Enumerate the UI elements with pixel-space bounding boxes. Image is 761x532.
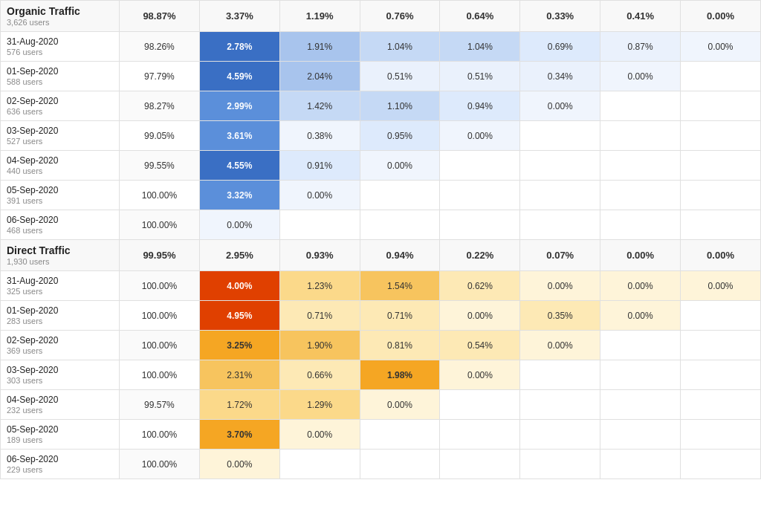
data-cell: 0.62% [440, 271, 520, 301]
data-cell [520, 181, 600, 210]
data-cell: 98.87% [120, 1, 200, 32]
data-cell: 0.51% [440, 62, 520, 91]
cohort-row: 05-Sep-2020391 users100.00%3.32%0.00% [1, 181, 761, 210]
cohort-row: 02-Sep-2020636 users98.27%2.99%1.42%1.10… [1, 91, 761, 121]
row-users-label: 588 users [7, 77, 113, 86]
data-cell [520, 420, 600, 450]
cohort-row: 03-Sep-2020527 users99.05%3.61%0.38%0.95… [1, 121, 761, 151]
data-cell: 1.10% [360, 91, 440, 121]
data-cell: 1.98% [360, 360, 440, 390]
data-cell [681, 390, 761, 420]
data-cell: 4.55% [199, 151, 279, 181]
data-cell: 100.00% [120, 210, 200, 240]
data-cell [681, 151, 761, 181]
data-cell: 0.00% [360, 151, 440, 181]
data-cell: 0.71% [279, 301, 360, 331]
data-cell: 0.00% [279, 181, 360, 210]
data-cell: 0.69% [520, 32, 600, 62]
data-cell [440, 210, 520, 240]
data-cell: 3.37% [199, 1, 279, 32]
data-cell: 0.00% [520, 271, 600, 301]
data-cell [600, 331, 681, 360]
data-cell [681, 360, 761, 390]
row-label-cell: 06-Sep-2020468 users [1, 210, 120, 240]
data-cell [600, 390, 681, 420]
data-cell [279, 450, 360, 479]
cohort-row: 31-Aug-2020325 users100.00%4.00%1.23%1.5… [1, 271, 761, 301]
data-cell [279, 210, 360, 240]
data-cell [681, 450, 761, 479]
row-users-label: 325 users [7, 287, 113, 296]
data-cell [520, 360, 600, 390]
cohort-row: 03-Sep-2020303 users100.00%2.31%0.66%1.9… [1, 360, 761, 390]
data-cell: 0.81% [360, 331, 440, 360]
data-cell: 3.25% [199, 331, 279, 360]
data-cell: 0.00% [440, 301, 520, 331]
data-cell [520, 210, 600, 240]
row-date-label: 06-Sep-2020 [7, 215, 113, 225]
data-cell: 0.00% [600, 301, 681, 331]
row-users-label: 283 users [7, 317, 113, 325]
row-label-cell: 04-Sep-2020232 users [1, 390, 120, 420]
data-cell: 0.54% [440, 331, 520, 360]
data-cell [600, 151, 681, 181]
data-cell [600, 360, 681, 390]
data-cell: 4.59% [199, 62, 279, 91]
row-label-cell: 03-Sep-2020303 users [1, 360, 120, 390]
row-date-label: 31-Aug-2020 [7, 36, 113, 47]
data-cell: 1.19% [279, 1, 360, 32]
data-cell: 1.91% [279, 32, 360, 62]
section-title: Organic Traffic [7, 5, 113, 17]
row-users-label: 636 users [7, 107, 113, 116]
data-cell [600, 181, 681, 210]
row-users-label: 3,626 users [7, 18, 113, 27]
data-cell: 0.76% [360, 1, 440, 32]
data-cell: 0.94% [360, 240, 440, 271]
row-date-label: 04-Sep-2020 [7, 395, 113, 405]
row-label-cell: 01-Sep-2020588 users [1, 62, 120, 91]
data-cell [681, 181, 761, 210]
row-users-label: 189 users [7, 435, 113, 444]
data-cell [360, 450, 440, 479]
data-cell [440, 450, 520, 479]
data-cell: 2.99% [199, 91, 279, 121]
data-cell: 2.78% [199, 32, 279, 62]
data-cell: 0.00% [279, 420, 360, 450]
data-cell: 0.66% [279, 360, 360, 390]
data-cell: 0.00% [681, 271, 761, 301]
data-cell [681, 301, 761, 331]
data-cell [681, 210, 761, 240]
data-cell [440, 181, 520, 210]
row-users-label: 391 users [7, 196, 113, 205]
data-cell: 1.72% [199, 390, 279, 420]
data-cell: 100.00% [120, 420, 200, 450]
data-cell: 100.00% [120, 271, 200, 301]
row-users-label: 232 users [7, 406, 113, 415]
data-cell [600, 450, 681, 479]
cohort-row: 05-Sep-2020189 users100.00%3.70%0.00% [1, 420, 761, 450]
row-users-label: 303 users [7, 376, 113, 385]
data-cell: 2.95% [199, 240, 279, 271]
row-date-label: 06-Sep-2020 [7, 454, 113, 464]
row-label-cell: 31-Aug-2020325 users [1, 271, 120, 301]
row-date-label: 05-Sep-2020 [7, 185, 113, 195]
data-cell: 0.07% [520, 240, 600, 271]
data-cell: 1.90% [279, 331, 360, 360]
data-cell: 0.71% [360, 301, 440, 331]
row-label-cell: 02-Sep-2020636 users [1, 91, 120, 121]
data-cell [600, 420, 681, 450]
data-cell: 0.00% [600, 240, 681, 271]
data-cell: 1.04% [360, 32, 440, 62]
data-cell: 0.00% [520, 331, 600, 360]
data-cell: 0.94% [440, 91, 520, 121]
data-cell: 0.00% [360, 390, 440, 420]
data-cell: 4.95% [199, 301, 279, 331]
row-date-label: 02-Sep-2020 [7, 96, 113, 106]
data-cell: 1.29% [279, 390, 360, 420]
data-cell: 2.04% [279, 62, 360, 91]
data-cell: 99.95% [120, 240, 200, 271]
data-cell: 0.95% [360, 121, 440, 151]
cohort-row: 02-Sep-2020369 users100.00%3.25%1.90%0.8… [1, 331, 761, 360]
section-title: Direct Traffic [7, 244, 113, 256]
data-cell: 0.51% [360, 62, 440, 91]
